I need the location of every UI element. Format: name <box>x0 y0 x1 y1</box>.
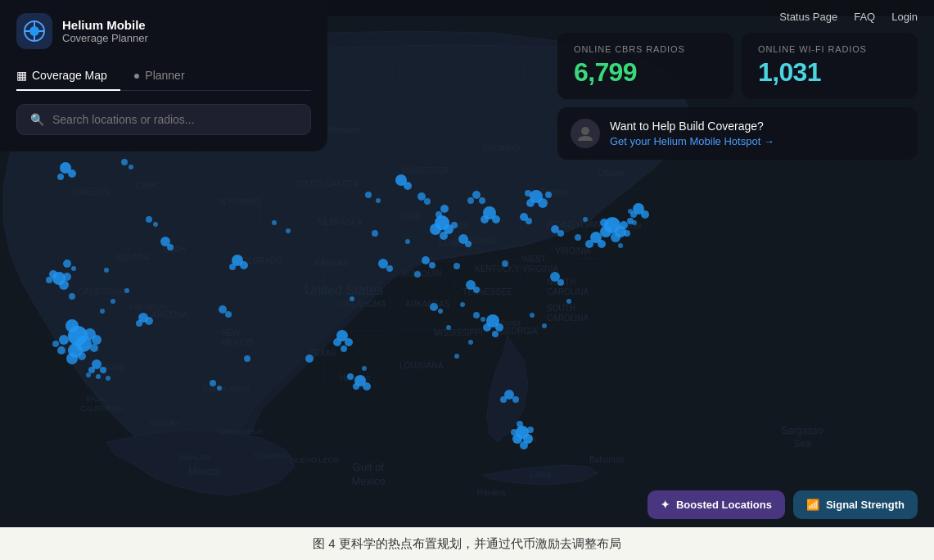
svg-text:NUEVO LEON: NUEVO LEON <box>291 456 339 464</box>
svg-point-141 <box>511 429 517 436</box>
svg-text:Ciudad Juarez: Ciudad Juarez <box>203 385 251 393</box>
svg-point-162 <box>465 241 472 247</box>
svg-point-217 <box>63 260 71 268</box>
tab-planner[interactable]: ● Planner <box>133 62 198 90</box>
svg-point-146 <box>500 396 507 403</box>
planner-icon: ● <box>133 69 140 82</box>
helium-logo-icon <box>16 13 52 49</box>
svg-text:Bahamas: Bahamas <box>589 455 624 464</box>
svg-text:SOUTH DAKOTA: SOUTH DAKOTA <box>295 179 359 188</box>
svg-text:COAHUILA: COAHUILA <box>254 452 291 460</box>
svg-text:VIRGINIA: VIRGINIA <box>522 264 558 273</box>
svg-point-160 <box>435 211 442 218</box>
cbrs-label: ONLINE CBRS RADIOS <box>574 44 717 54</box>
signal-icon: 📶 <box>806 499 819 511</box>
svg-point-143 <box>517 421 523 427</box>
svg-point-153 <box>422 256 430 264</box>
cbrs-value: 6,799 <box>574 57 717 88</box>
svg-point-110 <box>404 182 412 190</box>
svg-text:MISSOURI: MISSOURI <box>401 269 441 278</box>
svg-point-145 <box>512 396 519 403</box>
svg-point-92 <box>59 280 69 290</box>
svg-text:ARKANSAS: ARKANSAS <box>405 300 450 309</box>
svg-point-124 <box>600 219 608 227</box>
svg-point-81 <box>59 335 69 345</box>
caption-text: 图 4 更科学的热点布置规划，并通过代币激励去调整布局 <box>0 527 934 560</box>
left-panel: Helium Mobile Coverage Planner ▦ Coverag… <box>0 0 327 151</box>
stats-panel: ONLINE CBRS RADIOS 6,799 ONLINE WI-FI RA… <box>557 33 918 160</box>
svg-point-134 <box>495 323 503 332</box>
svg-point-172 <box>305 355 314 363</box>
svg-text:CHIHUAHUA: CHIHUAHUA <box>219 427 264 436</box>
svg-point-121 <box>600 226 611 237</box>
svg-text:NEBRASKA: NEBRASKA <box>318 218 363 227</box>
svg-point-189 <box>350 296 354 301</box>
svg-point-84 <box>57 346 65 355</box>
svg-text:MEXICO: MEXICO <box>221 338 254 347</box>
svg-point-140 <box>520 441 528 449</box>
svg-point-99 <box>136 320 142 327</box>
svg-point-174 <box>376 198 381 203</box>
boosted-locations-button[interactable]: ✦ Boosted Locations <box>647 490 785 519</box>
search-input[interactable] <box>52 113 297 126</box>
svg-text:GEORGIA: GEORGIA <box>499 327 538 336</box>
svg-point-131 <box>585 240 593 248</box>
svg-point-176 <box>405 239 410 244</box>
wifi-value: 1,031 <box>758 57 901 88</box>
svg-point-182 <box>583 217 588 222</box>
svg-point-168 <box>167 244 174 251</box>
svg-text:MINNESOTA: MINNESOTA <box>401 166 449 175</box>
svg-point-212 <box>479 197 485 204</box>
svg-point-149 <box>333 338 341 346</box>
hotspot-title: Want to Help Build Coverage? <box>610 120 774 133</box>
svg-text:WEST: WEST <box>522 255 546 264</box>
faq-link[interactable]: FAQ <box>854 11 875 23</box>
login-link[interactable]: Login <box>891 11 918 23</box>
svg-point-112 <box>492 215 500 224</box>
svg-point-103 <box>229 264 236 270</box>
wifi-label: ONLINE WI-FI RADIOS <box>758 44 901 54</box>
tab-coverage-map[interactable]: ▦ Coverage Map <box>16 62 120 90</box>
svg-point-210 <box>472 191 481 199</box>
svg-point-222 <box>88 367 95 373</box>
svg-text:CAROLINA: CAROLINA <box>547 287 589 296</box>
svg-point-86 <box>66 353 78 364</box>
svg-point-148 <box>345 338 353 346</box>
svg-point-178 <box>460 302 465 307</box>
svg-point-224 <box>86 373 91 377</box>
svg-point-187 <box>272 220 277 225</box>
svg-text:United States: United States <box>305 283 383 297</box>
svg-point-100 <box>145 317 153 325</box>
svg-point-205 <box>438 309 443 314</box>
svg-point-94 <box>63 273 71 281</box>
signal-label: Signal Strength <box>826 499 905 511</box>
search-bar[interactable]: 🔍 <box>16 104 311 135</box>
svg-point-151 <box>378 259 388 269</box>
svg-point-87 <box>78 352 86 360</box>
svg-point-196 <box>566 299 571 304</box>
svg-point-198 <box>628 209 633 214</box>
svg-point-191 <box>446 325 451 330</box>
svg-point-179 <box>453 263 460 269</box>
svg-point-170 <box>225 311 232 318</box>
svg-point-123 <box>620 221 628 229</box>
svg-point-185 <box>124 288 129 293</box>
svg-point-79 <box>65 319 79 332</box>
hotspot-link[interactable]: Get your Helium Mobile Hotspot → <box>610 135 774 147</box>
svg-point-229 <box>29 26 39 36</box>
status-page-link[interactable]: Status Page <box>779 11 837 23</box>
svg-point-214 <box>129 165 133 169</box>
svg-point-158 <box>557 279 564 286</box>
signal-strength-button[interactable]: 📶 Signal Strength <box>793 490 918 519</box>
svg-text:WYOMING: WYOMING <box>219 197 260 206</box>
nav-tabs: ▦ Coverage Map ● Planner <box>16 62 311 91</box>
svg-text:BAJA: BAJA <box>86 395 105 403</box>
svg-point-181 <box>575 234 581 241</box>
svg-text:MISSISSIPPI: MISSISSIPPI <box>434 328 482 337</box>
wifi-stat-box: ONLINE WI-FI RADIOS 1,031 <box>742 33 918 99</box>
svg-point-150 <box>341 345 347 352</box>
svg-point-215 <box>146 216 152 223</box>
svg-point-216 <box>153 222 158 227</box>
svg-point-88 <box>52 341 59 347</box>
svg-point-156 <box>473 287 480 293</box>
